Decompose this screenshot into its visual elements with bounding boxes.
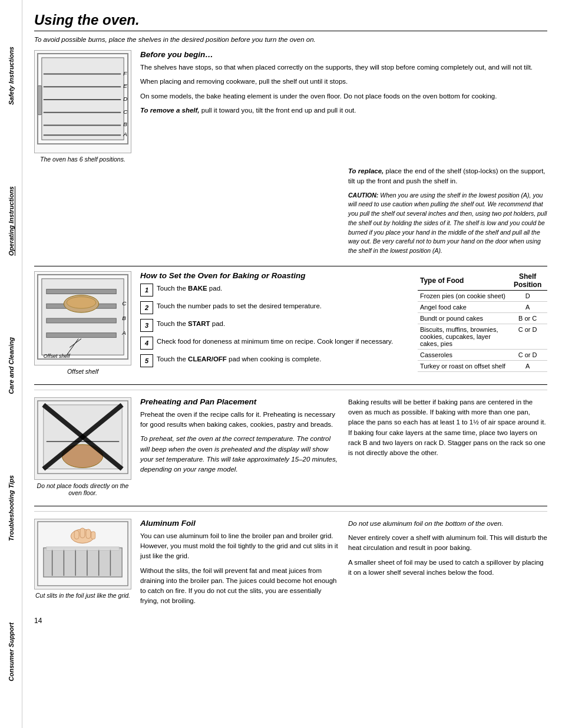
subtitle: To avoid possible burns, place the shelv… bbox=[34, 36, 547, 43]
svg-text:C: C bbox=[123, 108, 128, 115]
preheating-text-area: Preheating and Pan Placement Preheat the… bbox=[140, 397, 547, 496]
foil-image bbox=[34, 519, 131, 589]
preheat-text-right: Baking results will be better if baking … bbox=[348, 397, 547, 496]
position-cell-1: A bbox=[508, 301, 547, 312]
step-4-num: 4 bbox=[140, 337, 153, 350]
step-1: 1 Touch the BAKE pad. bbox=[140, 284, 409, 297]
spacer bbox=[34, 166, 140, 260]
step-3-bold: START bbox=[188, 320, 210, 327]
svg-text:A: A bbox=[123, 131, 127, 137]
page-divider bbox=[34, 31, 547, 31]
before-begin-para-2: When placing and removing cookware, pull… bbox=[140, 77, 547, 87]
step-5-text: Touch the CLEAR/OFF pad when cooking is … bbox=[157, 354, 321, 364]
caution-col: To replace, place the end of the shelf (… bbox=[348, 166, 547, 260]
svg-rect-19 bbox=[47, 318, 117, 323]
svg-rect-14 bbox=[38, 85, 42, 114]
preheating-image-col: Do not place foods directly on the oven … bbox=[34, 397, 131, 496]
step-3-num: 3 bbox=[140, 319, 153, 332]
svg-text:D: D bbox=[123, 95, 127, 102]
aluminum-text-left: Aluminum Foil You can use aluminum foil … bbox=[140, 519, 339, 611]
food-table: Type of Food Shelf Position Frozen pies … bbox=[418, 271, 547, 372]
replace-col bbox=[140, 166, 339, 260]
step-3-text: Touch the START pad. bbox=[157, 319, 225, 329]
before-begin-image-col: F E D C B A The oven has 6 shelf positio… bbox=[34, 50, 131, 163]
steps-column: How to Set the Oven for Baking or Roasti… bbox=[140, 271, 409, 375]
aluminum-section: Cut slits in the foil just like the grid… bbox=[34, 511, 547, 611]
sidebar-item-operating[interactable]: Operating Instructions bbox=[6, 180, 16, 262]
food-cell-1: Angel food cake bbox=[418, 301, 508, 312]
table-row: Bundt or pound cakesB or C bbox=[418, 312, 547, 324]
svg-text:Offset shelf: Offset shelf bbox=[44, 353, 71, 359]
before-begin-text-col: Before you begin… The shelves have stops… bbox=[140, 50, 547, 163]
svg-rect-1 bbox=[42, 58, 124, 140]
step-1-text: Touch the BAKE pad. bbox=[157, 284, 222, 294]
svg-text:C: C bbox=[122, 300, 127, 307]
position-cell-0: D bbox=[508, 290, 547, 301]
food-cell-5: Turkey or roast on offset shelf bbox=[418, 360, 508, 371]
sidebar-item-care[interactable]: Care and Cleaning bbox=[6, 331, 16, 400]
table-header-food: Type of Food bbox=[418, 271, 508, 291]
sidebar-item-troubleshooting[interactable]: Troubleshooting Tips bbox=[6, 469, 16, 547]
svg-rect-17 bbox=[47, 289, 117, 294]
svg-text:B: B bbox=[123, 121, 127, 127]
position-cell-5: A bbox=[508, 360, 547, 371]
remove-shelf-label: To remove a shelf, bbox=[140, 107, 200, 114]
section-divider-3 bbox=[34, 506, 547, 506]
table-row: Frozen pies (on cookie sheet)D bbox=[418, 290, 547, 301]
page-title: Using the oven. bbox=[34, 12, 547, 28]
aluminum-image-col: Cut slits in the foil just like the grid… bbox=[34, 519, 131, 611]
svg-rect-46 bbox=[86, 529, 91, 539]
oven-shelves-image: F E D C B A bbox=[34, 50, 131, 153]
remove-shelf-text: pull it toward you, tilt the front end u… bbox=[200, 107, 356, 114]
section-divider-1 bbox=[34, 266, 547, 266]
aluminum-text-area: Aluminum Foil You can use aluminum foil … bbox=[140, 519, 547, 611]
caution-label: CAUTION: bbox=[348, 192, 378, 199]
sidebar-item-safety[interactable]: Safety Instructions bbox=[6, 41, 16, 111]
step-5-bold: CLEAR/OFF bbox=[188, 355, 227, 363]
before-begin-title: Before you begin… bbox=[140, 50, 547, 59]
aluminum-para-1: You can use aluminum foil to line the br… bbox=[140, 531, 339, 562]
preheat-para-right: Baking results will be better if baking … bbox=[348, 397, 547, 459]
aluminum-para-2: Without the slits, the foil will prevent… bbox=[140, 566, 339, 607]
table-row: Biscuits, muffins, brownies, cookies, cu… bbox=[418, 324, 547, 349]
step-4-text: Check food for doneness at minimum time … bbox=[157, 337, 393, 347]
step-2: 2 Touch the number pads to set the desir… bbox=[140, 301, 409, 314]
food-cell-0: Frozen pies (on cookie sheet) bbox=[418, 290, 508, 301]
section-divider-2 bbox=[34, 384, 547, 385]
aluminum-para-4: A smaller sheet of foil may be used to c… bbox=[348, 558, 547, 578]
foil-image-caption: Cut slits in the foil just like the grid… bbox=[34, 592, 131, 599]
replace-caution-cols: To replace, place the end of the shelf (… bbox=[140, 166, 547, 260]
position-cell-2: B or C bbox=[508, 312, 547, 324]
step-2-num: 2 bbox=[140, 301, 153, 314]
position-cell-4: C or D bbox=[508, 349, 547, 360]
svg-rect-20 bbox=[47, 332, 117, 337]
replace-label: To replace, bbox=[348, 167, 384, 174]
preheating-title: Preheating and Pan Placement bbox=[140, 397, 339, 406]
aluminum-para-italic: Do not use aluminum foil on the bottom o… bbox=[348, 519, 547, 529]
preheating-section: Do not place foods directly on the oven … bbox=[34, 390, 547, 496]
before-begin-para-3: On some models, the bake heating element… bbox=[140, 91, 547, 101]
sidebar: Safety Instructions Operating Instructio… bbox=[0, 0, 22, 728]
food-cell-2: Bundt or pound cakes bbox=[418, 312, 508, 324]
svg-point-22 bbox=[67, 297, 95, 308]
no-floor-caption: Do not place foods directly on the oven … bbox=[34, 482, 131, 496]
sidebar-item-consumer[interactable]: Consumer Support bbox=[6, 617, 16, 687]
before-begin-remove: To remove a shelf, pull it toward you, t… bbox=[140, 106, 547, 116]
baking-title: How to Set the Oven for Baking or Roasti… bbox=[140, 271, 409, 280]
table-row: Angel food cakeA bbox=[418, 301, 547, 312]
step-4: 4 Check food for doneness at minimum tim… bbox=[140, 337, 409, 350]
replace-caution-area: To replace, place the end of the shelf (… bbox=[34, 166, 547, 260]
svg-text:A: A bbox=[121, 329, 126, 335]
step-2-text: Touch the number pads to set the desired… bbox=[157, 301, 322, 311]
svg-text:B: B bbox=[122, 315, 126, 321]
replace-text: To replace, place the end of the shelf (… bbox=[348, 166, 547, 187]
preheat-text-left: Preheating and Pan Placement Preheat the… bbox=[140, 397, 339, 496]
position-cell-3: C or D bbox=[508, 324, 547, 349]
food-cell-4: Casseroles bbox=[418, 349, 508, 360]
baking-section: C B A Offset shelf Offset shelf How to S… bbox=[34, 271, 547, 375]
aluminum-text-right: Do not use aluminum foil on the bottom o… bbox=[348, 519, 547, 611]
step-1-bold: BAKE bbox=[188, 285, 207, 292]
table-row: CasserolesC or D bbox=[418, 349, 547, 360]
oven-image-caption: The oven has 6 shelf positions. bbox=[34, 156, 131, 163]
caution-text: CAUTION: When you are using the shelf in… bbox=[348, 191, 547, 256]
